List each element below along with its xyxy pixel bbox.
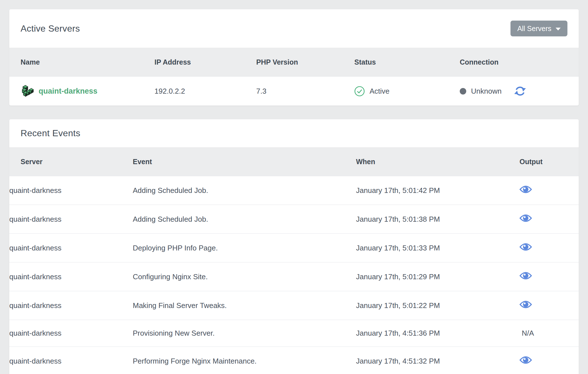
event-timestamp: January 17th, 4:51:36 PM (356, 320, 520, 347)
server-php-version: 7.3 (256, 77, 354, 105)
recent-events-title: Recent Events (21, 128, 80, 138)
connection-status-dot-icon (460, 88, 466, 94)
event-description: Provisioning New Server. (133, 320, 356, 347)
event-server-name: quaint-darkness (9, 320, 133, 347)
recent-events-card: Recent Events Server Event When Output q… (9, 119, 579, 374)
column-header-name: Name (9, 48, 154, 77)
event-server-name: quaint-darkness (9, 262, 133, 291)
event-output-cell (520, 205, 579, 234)
event-timestamp: January 17th, 5:01:22 PM (356, 291, 520, 320)
server-name-link[interactable]: quaint-darkness (39, 87, 98, 96)
active-servers-table-head-row: Name IP Address PHP Version Status Conne… (9, 48, 579, 77)
event-server-name: quaint-darkness (9, 347, 133, 374)
caret-down-icon (556, 28, 561, 30)
active-servers-card: Active Servers All Servers Name IP Addre… (9, 9, 579, 105)
event-table-row: quaint-darkness Performing Forge Nginx M… (9, 347, 579, 374)
events-table-body: quaint-darkness Adding Scheduled Job. Ja… (9, 176, 579, 374)
event-output-cell (520, 262, 579, 291)
event-table-row: quaint-darkness Provisioning New Server.… (9, 320, 579, 347)
event-output-cell (520, 347, 579, 374)
event-description: Deploying PHP Info Page. (133, 234, 356, 262)
event-table-row: quaint-darkness Adding Scheduled Job. Ja… (9, 176, 579, 205)
event-server-name: quaint-darkness (9, 234, 133, 262)
event-description: Making Final Server Tweaks. (133, 291, 356, 320)
all-servers-dropdown-button[interactable]: All Servers (510, 21, 567, 36)
active-servers-table: Name IP Address PHP Version Status Conne… (9, 48, 579, 105)
event-description: Adding Scheduled Job. (133, 205, 356, 234)
server-ip-address: 192.0.2.2 (154, 77, 256, 105)
event-timestamp: January 17th, 5:01:33 PM (356, 234, 520, 262)
refresh-icon (514, 85, 526, 97)
server-row: quaint-darkness 192.0.2.2 7.3 Active (9, 77, 579, 105)
view-output-button[interactable] (520, 300, 532, 309)
active-servers-header: Active Servers All Servers (9, 9, 579, 48)
event-timestamp: January 17th, 5:01:38 PM (356, 205, 520, 234)
column-header-output: Output (520, 147, 579, 176)
column-header-server: Server (9, 147, 133, 176)
view-output-button[interactable] (520, 243, 532, 251)
view-output-button[interactable] (520, 356, 532, 364)
eye-icon (520, 356, 532, 364)
eye-icon (520, 214, 532, 223)
view-output-button[interactable] (520, 185, 532, 194)
event-table-row: quaint-darkness Configuring Nginx Site. … (9, 262, 579, 291)
recent-events-table: Server Event When Output quaint-darkness… (9, 147, 579, 374)
recent-events-header: Recent Events (9, 119, 579, 147)
event-description: Adding Scheduled Job. (133, 176, 356, 205)
event-server-name: quaint-darkness (9, 291, 133, 320)
event-server-name: quaint-darkness (9, 205, 133, 234)
output-na-label: N/A (520, 329, 534, 337)
event-table-row: quaint-darkness Adding Scheduled Job. Ja… (9, 205, 579, 234)
column-header-ip-address: IP Address (154, 48, 256, 77)
eye-icon (520, 300, 532, 309)
event-description: Performing Forge Nginx Maintenance. (133, 347, 356, 374)
page-title: Active Servers (21, 23, 80, 34)
column-header-when: When (356, 147, 520, 176)
view-output-button[interactable] (520, 271, 532, 280)
column-header-status: Status (354, 48, 460, 77)
server-status-label: Active (370, 87, 390, 96)
event-timestamp: January 17th, 4:51:32 PM (356, 347, 520, 374)
column-header-event: Event (133, 147, 356, 176)
event-timestamp: January 17th, 5:01:42 PM (356, 176, 520, 205)
column-header-connection: Connection (460, 48, 579, 77)
check-circle-icon (354, 86, 365, 96)
view-output-button[interactable] (520, 214, 532, 223)
event-output-cell (520, 291, 579, 320)
event-table-row: quaint-darkness Deploying PHP Info Page.… (9, 234, 579, 262)
event-table-row: quaint-darkness Making Final Server Twea… (9, 291, 579, 320)
all-servers-dropdown-label: All Servers (517, 25, 551, 33)
server-connection-label: Unknown (471, 87, 501, 96)
event-description: Configuring Nginx Site. (133, 262, 356, 291)
column-header-php-version: PHP Version (256, 48, 354, 77)
eye-icon (520, 271, 532, 280)
recent-events-table-head-row: Server Event When Output (9, 147, 579, 176)
server-provider-cubes-icon (21, 85, 34, 98)
event-timestamp: January 17th, 5:01:29 PM (356, 262, 520, 291)
event-output-cell (520, 176, 579, 205)
eye-icon (520, 185, 532, 194)
eye-icon (520, 243, 532, 251)
event-output-cell (520, 234, 579, 262)
event-output-cell: N/A (520, 320, 579, 347)
event-server-name: quaint-darkness (9, 176, 133, 205)
refresh-connection-button[interactable] (514, 85, 526, 97)
